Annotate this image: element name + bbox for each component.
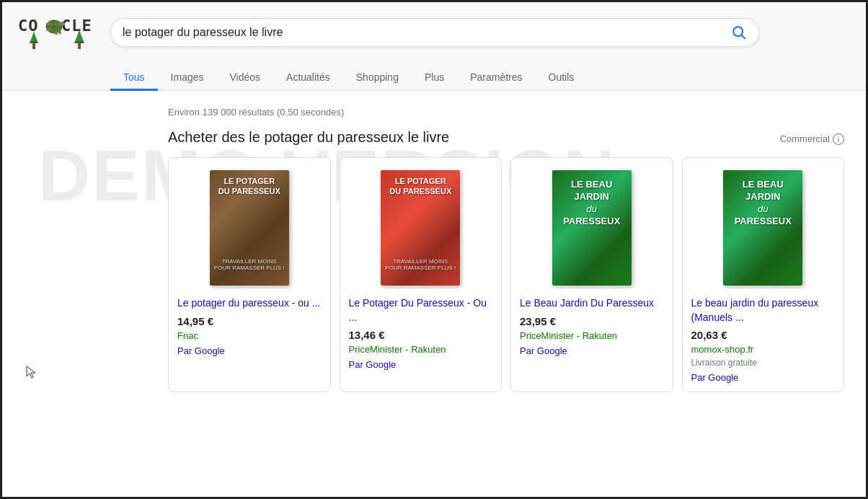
book-title-4: LE BEAUJARDINduparesseux: [723, 179, 802, 228]
tab-outils[interactable]: Outils: [536, 66, 588, 91]
svg-text:CLE: CLE: [61, 17, 92, 35]
search-button[interactable]: [731, 25, 747, 40]
svg-point-6: [59, 22, 65, 26]
product-card[interactable]: LE POTAGERDU PARESSEUX TRAVAILLER MOINSP…: [340, 157, 502, 392]
main-content: DEMO VERSION Environ 139 000 résultats (…: [2, 91, 866, 407]
svg-point-8: [46, 28, 50, 31]
header: CO CLE: [2, 2, 866, 91]
product-image-container-2: LE POTAGERDU PARESSEUX TRAVAILLER MOINSP…: [349, 167, 493, 289]
commercial-badge: Commercial i: [780, 133, 844, 145]
book-title-3: LE BEAUJARDINduparesseux: [552, 179, 632, 228]
cursor-icon: [24, 365, 38, 379]
svg-rect-13: [32, 43, 35, 49]
header-top: CO CLE: [17, 11, 851, 61]
tab-parametres[interactable]: Paramètres: [457, 66, 535, 91]
book-title-2: LE POTAGERDU PARESSEUX: [381, 176, 460, 197]
results-info: Environ 139 000 résultats (0,50 secondes…: [168, 98, 844, 129]
product-card[interactable]: LE POTAGERDU PARESSEUX TRAVAILLER MOINSP…: [168, 157, 331, 392]
svg-line-18: [741, 35, 745, 39]
product-seller-4[interactable]: momox-shop.fr: [691, 344, 836, 355]
info-icon[interactable]: i: [833, 133, 844, 145]
products-grid: LE POTAGERDU PARESSEUX TRAVAILLER MOINSP…: [168, 157, 844, 392]
product-image-container-4: LE BEAUJARDINduparesseux: [691, 167, 836, 289]
book-cover-4: LE BEAUJARDINduparesseux: [723, 170, 802, 286]
search-bar: [110, 18, 759, 47]
product-name-1[interactable]: Le potager du paresseux - ou ...: [177, 296, 322, 311]
commercial-label: Commercial: [780, 133, 830, 144]
svg-point-7: [46, 22, 50, 25]
logo[interactable]: CO CLE: [17, 11, 96, 54]
svg-point-10: [55, 32, 58, 35]
book-title-1: LE POTAGERDU PARESSEUX: [210, 176, 289, 197]
product-seller-2[interactable]: PriceMinister - Rakuten: [349, 344, 493, 355]
product-card[interactable]: LE BEAUJARDINduparesseux Le Beau Jardin …: [510, 157, 673, 392]
book-subtitle-1: TRAVAILLER MOINSPOUR RAMASSER PLUS !: [210, 258, 289, 271]
book-subtitle-2: TRAVAILLER MOINSPOUR RAMASSER PLUS !: [381, 258, 460, 271]
product-name-4[interactable]: Le beau jardin du paresseux (Manuels ...: [691, 296, 836, 324]
search-input[interactable]: [123, 26, 731, 39]
product-seller-1[interactable]: Fnac: [177, 330, 322, 341]
nav-tabs: Tous Images Vidéos Actualités Shopping P…: [17, 66, 851, 90]
shopping-header: Acheter des le potager du paresseux le l…: [168, 129, 844, 146]
product-source-2[interactable]: Par Google: [349, 359, 493, 370]
product-source-1[interactable]: Par Google: [177, 345, 322, 356]
svg-point-9: [58, 31, 61, 35]
tab-tous[interactable]: Tous: [110, 66, 158, 91]
shopping-title: Acheter des le potager du paresseux le l…: [168, 129, 449, 146]
logo-svg: CO CLE: [17, 11, 96, 54]
product-price-1: 14,95 €: [177, 315, 322, 327]
tab-images[interactable]: Images: [158, 66, 217, 91]
product-price-3: 23,95 €: [520, 315, 664, 327]
product-image-container-1: LE POTAGERDU PARESSEUX TRAVAILLER MOINSP…: [177, 167, 322, 289]
tab-shopping[interactable]: Shopping: [343, 66, 412, 91]
product-price-4: 20,63 €: [691, 329, 836, 341]
product-delivery-4: Livraison gratuite: [691, 358, 836, 368]
tab-videos[interactable]: Vidéos: [217, 66, 274, 91]
product-seller-3[interactable]: PriceMinister - Rakuten: [520, 330, 664, 341]
product-name-3[interactable]: Le Beau Jardin Du Paresseux: [520, 296, 664, 311]
book-cover-1: LE POTAGERDU PARESSEUX TRAVAILLER MOINSP…: [210, 170, 289, 286]
svg-rect-16: [78, 43, 81, 49]
shopping-section: Acheter des le potager du paresseux le l…: [168, 129, 844, 392]
book-cover-2: LE POTAGERDU PARESSEUX TRAVAILLER MOINSP…: [381, 170, 460, 286]
product-source-3[interactable]: Par Google: [520, 345, 664, 356]
book-cover-3: LE BEAUJARDINduparesseux: [552, 170, 632, 286]
product-card[interactable]: LE BEAUJARDINduparesseux Le beau jardin …: [682, 157, 845, 392]
search-bar-container: [110, 18, 759, 47]
tab-plus[interactable]: Plus: [412, 66, 457, 91]
search-icon: [731, 25, 747, 40]
product-source-4[interactable]: Par Google: [691, 372, 836, 383]
svg-text:CO: CO: [18, 17, 39, 35]
tab-actualites[interactable]: Actualités: [273, 66, 343, 91]
product-price-2: 13,46 €: [349, 329, 493, 341]
product-name-2[interactable]: Le Potager Du Paresseux - Ou ...: [349, 296, 493, 324]
product-image-container-3: LE BEAUJARDINduparesseux: [520, 167, 664, 289]
